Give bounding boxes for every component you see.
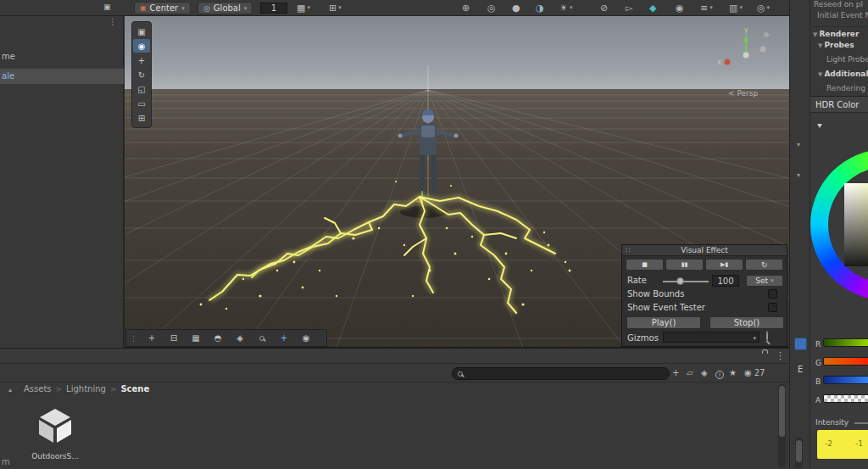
channel-b-slider[interactable] [823,376,868,384]
set-dropdown-button[interactable]: Set ▾ [746,275,783,287]
view-tool-icon: ▣ [137,27,145,36]
visible-count[interactable]: ◉ 27 [744,369,765,377]
breadcrumb-assets[interactable]: Assets [24,384,52,394]
info-button[interactable]: i [715,369,724,379]
scene-search-button[interactable] [251,331,273,345]
rate-value-field[interactable]: 100 [712,275,739,287]
rotation-snap-button[interactable]: ◓ [207,331,229,345]
intensity-slider-track[interactable] [854,422,868,424]
skybox-toggle[interactable]: ◎ [487,3,496,13]
visual-effect-titlebar[interactable]: ∷ Visual Effect [622,245,787,256]
gizmos-dropdown[interactable]: ▾ [663,332,760,343]
camera-settings-button[interactable]: ◉ [295,331,317,345]
audio-toggle[interactable]: ◑ [536,3,544,13]
vfx-stop-button[interactable]: ■ [626,259,664,271]
info-icon: i [715,371,724,379]
strip-active-tab[interactable] [794,338,807,350]
probes-header[interactable]: ▼Probes [810,41,868,49]
lighting-dropdown[interactable]: ☀ ▾ [559,3,572,13]
hierarchy-item[interactable]: me [0,49,124,64]
channel-g-slider[interactable] [823,357,868,366]
rate-slider-track[interactable] [663,281,709,282]
cut-icon: ⊘ [600,3,608,13]
light-probe-row[interactable]: Light Probe [810,55,868,64]
move-tool-button[interactable]: + [133,53,150,67]
collapse-arrow-icon[interactable]: ▴ [8,386,12,394]
fx-toggle-button[interactable]: ◈ [229,331,251,345]
chevron-down-icon[interactable]: ▾ [797,171,800,179]
channel-r-slider[interactable] [823,338,868,347]
scene-overlay-toggle[interactable]: ⊕ [462,3,470,13]
additional-header[interactable]: ▼Additional S [810,70,868,78]
asset-tile[interactable] [34,405,76,447]
layout-dropdown[interactable]: ▥ ▾ [729,3,743,13]
vfx-graph-toggle[interactable]: ◆ [649,3,656,13]
favorite-button[interactable]: + [672,369,679,377]
hand-tool-button[interactable]: ◉ [133,39,150,53]
window-icon[interactable]: ▣ [103,3,111,11]
breadcrumb-lightning[interactable]: Lightning [66,384,106,394]
hierarchy-item-selected[interactable]: ale [0,69,124,84]
global-local-dropdown[interactable]: ◎ Global ▾ [198,2,253,14]
world-dropdown[interactable]: ◎ ▾ [757,3,770,13]
move-snap-button[interactable]: + [141,331,163,345]
pivot-center-label: Center [150,3,179,13]
strip-scrollbar[interactable] [795,438,803,468]
marker-tool-button[interactable]: ▻ [626,3,632,13]
drag-dots-icon: ∷ [626,246,631,254]
search-input[interactable] [466,369,664,378]
rotate-tool-button[interactable]: ↻ [133,68,150,81]
grid-visibility-button[interactable]: ▦ ▾ [297,3,310,13]
rate-label: Rate [627,276,647,285]
chevron-down-icon: ▾ [181,5,185,12]
sv-square[interactable] [844,183,868,266]
vfx-restart-button[interactable]: ↻ [745,259,783,271]
scene-view[interactable]: y x < Persp ▣ ◉ + ↻ ◱ ▭ ⊞ ⋮ + ⊟ [125,16,789,348]
snap-settings-button[interactable]: ⊞ ▾ [329,3,342,13]
rate-slider-handle[interactable] [676,277,684,285]
scale-tool-button[interactable]: ◱ [133,82,150,96]
panel-menu-icon[interactable]: ⋮ [108,17,117,26]
vfx-pause-button[interactable]: ▮▮ [665,259,704,271]
chevron-down-icon[interactable]: ▾ [797,141,800,148]
project-search[interactable] [452,367,670,380]
view-tool-button[interactable]: ▣ [133,25,150,38]
intensity-swatch[interactable]: -2 -1 [817,430,868,459]
show-bounds-checkbox[interactable] [768,289,777,299]
project-scrollbar[interactable] [778,384,786,467]
cut-tool-button[interactable]: ⊘ [600,3,608,13]
rect-tool-button[interactable]: ▭ [133,97,150,110]
scene-tool-strip: ▣ ◉ + ↻ ◱ ▭ ⊞ [131,21,152,128]
rendering-row[interactable]: Rendering [810,84,868,92]
transform-tool-button[interactable]: ⊞ [133,111,150,125]
label-filter-button[interactable]: ◈ [701,369,708,377]
visibility-toggle[interactable]: ◉ [676,3,684,13]
gizmo-move-button[interactable]: + [273,331,295,345]
panel-menu-icon[interactable]: ⋮ [776,350,785,361]
globe-icon: ◎ [203,4,210,13]
renderer-header[interactable]: ▼Renderer [810,26,868,38]
vfx-step-button[interactable]: ▶▮ [705,259,743,271]
color-wheel[interactable] [810,149,868,302]
collapsed-tab-label[interactable]: E [798,365,803,374]
reseed-row[interactable]: Reseed on pl [810,0,868,8]
persp-label[interactable]: < Persp [728,89,758,98]
pivot-center-dropdown[interactable]: ▣ Center ▾ [134,2,191,14]
package-button[interactable]: ▱ [687,369,693,377]
drag-handle-icon[interactable]: ⋮ [126,334,141,343]
initial-event-row[interactable]: Initial Event N [810,11,868,20]
fog-toggle[interactable]: ● [512,3,520,13]
channel-a-slider[interactable] [823,394,868,403]
grid-toggle-button[interactable]: ▦ [185,331,207,345]
show-event-tester-checkbox[interactable] [768,303,777,312]
play-button[interactable]: Play() [626,316,701,329]
gizmos-zoom-button[interactable] [766,332,768,341]
star-filter-button[interactable]: ★ [729,369,737,377]
project-header: ⋮ [0,349,789,364]
asset-label[interactable]: OutdoorsS... [25,452,85,461]
stop-button[interactable]: Stop() [709,316,784,329]
breadcrumb-scene[interactable]: Scene [120,384,149,394]
grid-size-field[interactable]: 1 [260,3,287,14]
layers-dropdown[interactable]: ≡ ▾ [700,3,713,13]
pivot-mode-button[interactable]: ⊟ [163,331,185,345]
